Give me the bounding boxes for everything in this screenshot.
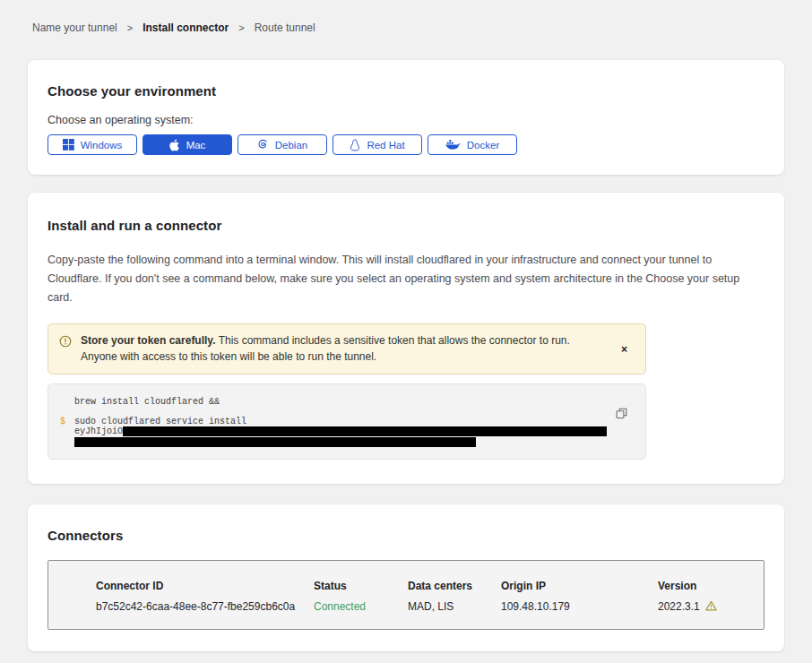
version-value: 2022.3.1 (658, 600, 700, 613)
version-cell: 2022.3.1 (658, 600, 755, 614)
table-row: b7c52c42-6caa-48ee-8c77-fbe259cb6c0a Con… (96, 600, 755, 614)
install-connector-title: Install and run a connector (48, 218, 764, 233)
copy-icon[interactable] (616, 408, 627, 419)
docker-icon (445, 139, 461, 151)
col-header-version: Version (658, 580, 755, 592)
code-line-token: eyJhIjoiO (60, 426, 609, 437)
choose-environment-card: Choose your environment Choose an operat… (28, 60, 784, 175)
code-line-token-2 (60, 437, 609, 447)
token-warning-text: Store your token carefully. This command… (81, 333, 601, 365)
os-button-windows[interactable]: Windows (48, 134, 137, 155)
code-line-1: brew install cloudflared && (60, 397, 609, 408)
data-centers-value: MAD, LIS (408, 600, 501, 613)
token-warning-banner: Store your token carefully. This command… (48, 323, 646, 375)
col-header-origin-ip: Origin IP (501, 580, 658, 592)
apple-icon (169, 139, 180, 151)
breadcrumb-step-install-connector[interactable]: Install connector (143, 22, 229, 34)
page: Name your tunnel > Install connector > R… (0, 0, 812, 663)
prompt-column (60, 426, 74, 437)
os-button-label: Mac (186, 140, 206, 151)
connectors-card: Connectors Connector ID Status Data cent… (28, 504, 784, 651)
connector-id-value: b7c52c42-6caa-48ee-8c77-fbe259cb6c0a (96, 600, 314, 613)
breadcrumb-step-route-tunnel[interactable]: Route tunnel (255, 22, 315, 34)
code-text: brew install cloudflared && (74, 397, 220, 408)
redacted-token-bar (74, 437, 476, 447)
windows-icon (63, 139, 74, 151)
redhat-icon (350, 139, 360, 151)
choose-environment-title: Choose your environment (48, 83, 764, 99)
connectors-table: Connector ID Status Data centers Origin … (48, 560, 764, 630)
origin-ip-value: 109.48.10.179 (501, 600, 658, 613)
os-button-docker[interactable]: Docker (428, 134, 517, 155)
col-header-status: Status (314, 580, 408, 592)
install-connector-card: Install and run a connector Copy-paste t… (28, 193, 784, 484)
os-button-redhat[interactable]: Red Hat (333, 134, 422, 155)
col-header-connector-id: Connector ID (96, 580, 314, 592)
status-badge: Connected (314, 600, 408, 613)
breadcrumb-step-name-your-tunnel[interactable]: Name your tunnel (32, 22, 117, 34)
os-button-debian[interactable]: Debian (238, 134, 327, 155)
code-line-2: $ sudo cloudflared service install (60, 417, 609, 427)
install-command-codeblock: brew install cloudflared && $ sudo cloud… (48, 383, 646, 460)
os-button-label: Debian (275, 140, 307, 151)
breadcrumb-separator: > (127, 22, 133, 33)
token-warning-title: Store your token carefully. (81, 334, 216, 347)
debian-icon (257, 139, 269, 151)
warning-triangle-icon (705, 600, 717, 614)
os-button-label: Windows (81, 140, 123, 151)
token-prefix: eyJhIjoiO (74, 426, 123, 437)
prompt-column (60, 437, 74, 447)
connectors-title: Connectors (48, 528, 764, 543)
os-button-group: Windows Mac Debian Red Hat (48, 134, 764, 155)
code-text: sudo cloudflared service install (74, 417, 246, 427)
os-button-label: Docker (467, 140, 499, 151)
breadcrumb-separator: > (238, 22, 244, 33)
shell-prompt: $ (60, 417, 74, 427)
os-button-label: Red Hat (367, 140, 404, 151)
install-connector-description: Copy-paste the following command into a … (48, 251, 764, 307)
connectors-table-header: Connector ID Status Data centers Origin … (96, 580, 755, 592)
redacted-token-bar (123, 426, 607, 436)
os-label: Choose an operating system: (48, 114, 764, 126)
prompt-column (60, 397, 74, 408)
breadcrumb: Name your tunnel > Install connector > R… (32, 22, 784, 34)
os-button-mac[interactable]: Mac (143, 134, 232, 155)
col-header-data-centers: Data centers (408, 580, 501, 592)
close-icon[interactable]: × (610, 343, 633, 356)
alert-circle-icon (59, 335, 72, 353)
